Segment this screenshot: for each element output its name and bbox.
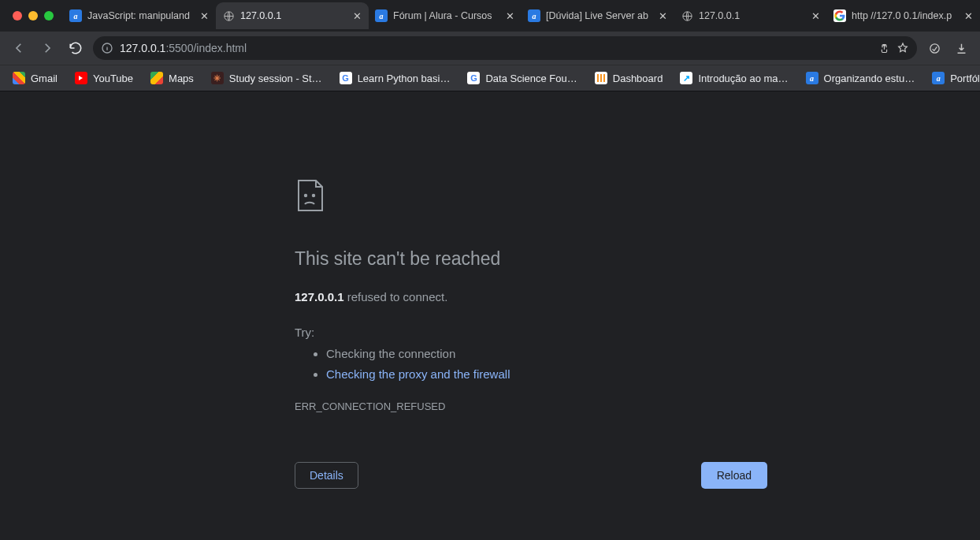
close-tab-icon[interactable]: ✕: [657, 10, 668, 21]
error-try-label: Try:: [295, 323, 767, 341]
cursor-icon: [680, 72, 692, 84]
tab-strip: a JavaScript: manipuland ✕ 127.0.0.1 ✕ a…: [0, 0, 980, 32]
bookmark-label: Study session - St…: [229, 73, 322, 84]
sad-page-icon: [295, 178, 767, 218]
tab-1[interactable]: 127.0.0.1 ✕: [216, 2, 369, 29]
minimize-window-button[interactable]: [28, 11, 38, 20]
bookmark-datascience[interactable]: Data Science Fou…: [461, 69, 583, 88]
window-controls: [8, 11, 63, 20]
bookmark-introducao[interactable]: Introdução ao ma…: [674, 69, 794, 88]
bookmark-star-icon[interactable]: [896, 42, 909, 54]
error-page: This site can't be reached 127.0.0.1 ref…: [295, 178, 767, 489]
close-tab-icon[interactable]: ✕: [351, 10, 362, 21]
error-suggestions: Checking the connection Checking the pro…: [295, 344, 767, 383]
maps-icon: [150, 72, 163, 84]
bookmark-label: Gmail: [31, 73, 58, 84]
close-tab-icon[interactable]: ✕: [504, 10, 515, 21]
close-tab-icon[interactable]: ✕: [199, 10, 210, 21]
tab-title: http //127.0 0.1/index.p: [852, 10, 957, 21]
bookmark-label: Portfólio na área d…: [950, 73, 980, 84]
error-title: This site can't be reached: [295, 245, 767, 274]
bookmark-label: Introdução ao ma…: [698, 73, 788, 84]
dashboard-icon: [595, 72, 607, 84]
gmail-icon: [13, 72, 25, 84]
google-icon: [833, 9, 846, 22]
google-icon: [467, 72, 480, 84]
svg-point-5: [313, 195, 314, 196]
bookmark-study[interactable]: Study session - St…: [205, 69, 329, 88]
close-tab-icon[interactable]: ✕: [963, 10, 974, 21]
share-icon[interactable]: [878, 43, 890, 54]
close-window-button[interactable]: [13, 11, 22, 20]
bookmark-gmail[interactable]: Gmail: [6, 69, 64, 88]
bookmark-youtube[interactable]: YouTube: [69, 69, 139, 88]
maximize-window-button[interactable]: [44, 11, 54, 20]
tab-0[interactable]: a JavaScript: manipuland ✕: [63, 2, 216, 29]
downloads-icon[interactable]: [950, 37, 972, 59]
bookmark-python[interactable]: Learn Python basi…: [333, 69, 457, 88]
bookmark-portfolio[interactable]: a Portfólio na área d…: [926, 69, 980, 88]
back-button[interactable]: [8, 37, 30, 59]
close-tab-icon[interactable]: ✕: [810, 10, 821, 21]
suggestion-text: Checking the connection: [326, 347, 455, 360]
bookmark-label: Learn Python basi…: [358, 73, 451, 84]
alura-icon: a: [69, 9, 82, 22]
site-info-icon[interactable]: [101, 42, 113, 54]
bookmark-maps[interactable]: Maps: [144, 69, 200, 88]
tab-4[interactable]: 127.0.0.1 ✕: [674, 2, 827, 29]
bookmark-organizando[interactable]: a Organizando estu…: [800, 69, 922, 88]
url-text: 127.0.0.1:5500/index.html: [120, 42, 872, 54]
youtube-icon: [75, 72, 87, 84]
url-path: :5500/index.html: [165, 42, 247, 54]
suggestion-link[interactable]: Checking the proxy and the firewall: [326, 367, 510, 381]
reload-button[interactable]: [65, 37, 87, 59]
bookmark-label: YouTube: [93, 73, 133, 84]
page-content: This site can't be reached 127.0.0.1 ref…: [0, 91, 980, 540]
google-icon: [340, 72, 352, 84]
toolbar-right: [923, 37, 972, 59]
details-button[interactable]: Details: [295, 462, 358, 489]
tab-title: JavaScript: manipuland: [87, 10, 193, 21]
svg-point-3: [930, 43, 938, 52]
globe-icon: [222, 9, 235, 22]
tab-2[interactable]: a Fórum | Alura - Cursos ✕: [369, 2, 522, 29]
bookmark-label: Dashboard: [613, 73, 663, 84]
address-bar[interactable]: 127.0.0.1:5500/index.html: [93, 36, 917, 60]
tab-5[interactable]: http //127.0 0.1/index.p ✕: [827, 2, 980, 29]
suggestion-item: Checking the connection: [326, 344, 767, 363]
bookmark-label: Maps: [169, 73, 194, 84]
bookmark-label: Organizando estu…: [824, 73, 915, 84]
alura-icon: a: [932, 72, 945, 84]
tab-title: [Dúvida] Live Server ab: [546, 10, 651, 21]
tab-3[interactable]: a [Dúvida] Live Server ab ✕: [522, 2, 674, 29]
error-code: ERR_CONNECTION_REFUSED: [295, 399, 767, 415]
suggestion-item: Checking the proxy and the firewall: [326, 365, 767, 383]
error-host: 127.0.0.1: [295, 290, 344, 304]
browser-toolbar: 127.0.0.1:5500/index.html: [0, 32, 980, 65]
study-icon: [211, 72, 224, 84]
tab-title: 127.0.0.1: [699, 10, 804, 21]
alura-icon: a: [375, 9, 388, 22]
forward-button[interactable]: [36, 37, 58, 59]
bookmark-dashboard[interactable]: Dashboard: [588, 69, 670, 88]
error-refused: refused to connect.: [344, 290, 448, 304]
tab-title: 127.0.0.1: [240, 10, 346, 21]
bookmark-label: Data Science Fou…: [485, 73, 577, 84]
bookmarks-bar: Gmail YouTube Maps Study session - St… L…: [0, 65, 980, 91]
svg-point-4: [305, 195, 306, 196]
url-host: 127.0.0.1: [120, 42, 165, 54]
extension-icon[interactable]: [923, 37, 945, 59]
reload-page-button[interactable]: Reload: [701, 462, 767, 489]
alura-icon: a: [528, 9, 540, 22]
error-message: 127.0.0.1 refused to connect.: [295, 288, 767, 306]
globe-icon: [681, 9, 693, 22]
error-actions: Details Reload: [295, 462, 767, 489]
alura-icon: a: [806, 72, 819, 84]
tab-title: Fórum | Alura - Cursos: [393, 10, 499, 21]
